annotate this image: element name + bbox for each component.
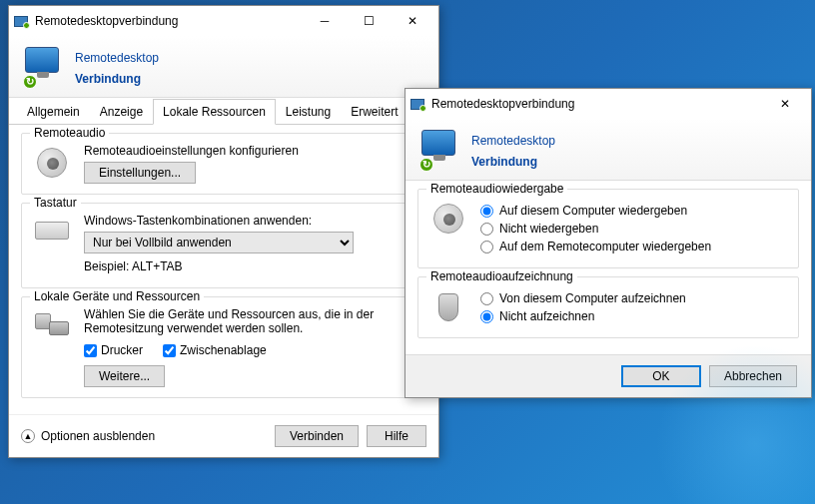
group-remoteaudio: Remoteaudio Remoteaudioeinstellungen kon…: [21, 133, 426, 195]
tab-content: Remoteaudio Remoteaudioeinstellungen kon…: [9, 125, 438, 414]
remoteaudio-text: Remoteaudioeinstellungen konfigurieren: [84, 144, 415, 158]
connect-button[interactable]: Verbinden: [275, 425, 359, 447]
group-label: Lokale Geräte und Ressourcen: [30, 289, 204, 303]
tab-allgemein[interactable]: Allgemein: [17, 99, 90, 125]
banner-title: RemotedesktopVerbindung: [75, 46, 159, 87]
chevron-up-icon: ▲: [21, 429, 35, 443]
audio-settings-button[interactable]: Einstellungen...: [84, 162, 196, 184]
hide-options-link[interactable]: ▲ Optionen ausblenden: [21, 429, 267, 443]
radio-play-local[interactable]: Auf diesem Computer wiedergeben: [480, 204, 788, 218]
tab-leistung[interactable]: Leistung: [276, 99, 341, 125]
banner: ↻ RemotedesktopVerbindung: [406, 119, 811, 181]
titlebar[interactable]: Remotedesktopverbindung ✕: [406, 89, 811, 119]
dialog-buttons: OK Abbrechen: [406, 354, 811, 397]
tab-erweitert[interactable]: Erweitert: [341, 99, 408, 125]
app-icon: [13, 13, 29, 29]
speaker-icon: [32, 144, 72, 184]
close-button[interactable]: ✕: [391, 7, 434, 35]
group-tastatur: Tastatur Windows-Tastenkombinationen anw…: [21, 203, 426, 288]
devices-icon: [32, 307, 72, 387]
keyboard-example: Beispiel: ALT+TAB: [84, 259, 415, 273]
maximize-button[interactable]: ☐: [347, 7, 391, 35]
audio-settings-dialog: Remotedesktopverbindung ✕ ↻ Remotedeskto…: [405, 88, 812, 398]
dialog-content: Remoteaudiowiedergabe Auf diesem Compute…: [406, 181, 811, 354]
group-audio-recording: Remoteaudioaufzeichnung Von diesem Compu…: [417, 276, 799, 338]
tab-lokale-ressourcen[interactable]: Lokale Ressourcen: [153, 99, 276, 125]
window-title: Remotedesktopverbindung: [431, 97, 763, 111]
radio-play-remote[interactable]: Auf dem Remotecomputer wiedergeben: [480, 240, 788, 253]
rdp-logo-icon: ↻: [421, 130, 461, 170]
speaker-icon: [428, 200, 468, 257]
checkbox-zwischenablage[interactable]: Zwischenablage: [163, 343, 267, 357]
checkbox-drucker[interactable]: Drucker: [84, 343, 143, 357]
group-label: Remoteaudiowiedergabe: [426, 182, 567, 196]
close-button[interactable]: ✕: [763, 90, 807, 118]
titlebar[interactable]: Remotedesktopverbindung ─ ☐ ✕: [9, 6, 438, 36]
app-icon: [409, 96, 425, 112]
more-devices-button[interactable]: Weitere...: [84, 365, 165, 387]
minimize-button[interactable]: ─: [303, 7, 347, 35]
keyboard-combo-select[interactable]: Nur bei Vollbild anwenden: [84, 232, 354, 253]
rdp-main-window: Remotedesktopverbindung ─ ☐ ✕ ↻ Remotede…: [8, 5, 439, 458]
banner: ↻ RemotedesktopVerbindung: [9, 36, 438, 98]
tab-anzeige[interactable]: Anzeige: [90, 99, 153, 125]
keyboard-label: Windows-Tastenkombinationen anwenden:: [84, 214, 415, 228]
dialog-footer: ▲ Optionen ausblenden Verbinden Hilfe: [9, 414, 438, 457]
microphone-icon: [428, 287, 468, 327]
rdp-logo-icon: ↻: [25, 47, 65, 87]
radio-play-none[interactable]: Nicht wiedergeben: [480, 222, 788, 236]
radio-record-local[interactable]: Von diesem Computer aufzeichnen: [480, 291, 788, 305]
group-label: Tastatur: [30, 196, 81, 210]
group-audio-playback: Remoteaudiowiedergabe Auf diesem Compute…: [417, 189, 799, 268]
group-label: Remoteaudioaufzeichnung: [426, 269, 577, 283]
group-lokale-geraete: Lokale Geräte und Ressourcen Wählen Sie …: [21, 296, 426, 398]
group-label: Remoteaudio: [30, 126, 109, 140]
ok-button[interactable]: OK: [621, 365, 701, 387]
keyboard-icon: [32, 214, 72, 277]
tab-bar: Allgemein Anzeige Lokale Ressourcen Leis…: [9, 98, 438, 125]
banner-title: RemotedesktopVerbindung: [471, 129, 555, 170]
help-button[interactable]: Hilfe: [367, 425, 426, 447]
radio-record-none[interactable]: Nicht aufzeichnen: [480, 309, 788, 323]
lokale-text: Wählen Sie die Geräte und Ressourcen aus…: [84, 307, 415, 335]
cancel-button[interactable]: Abbrechen: [709, 365, 797, 387]
window-title: Remotedesktopverbindung: [35, 14, 303, 28]
